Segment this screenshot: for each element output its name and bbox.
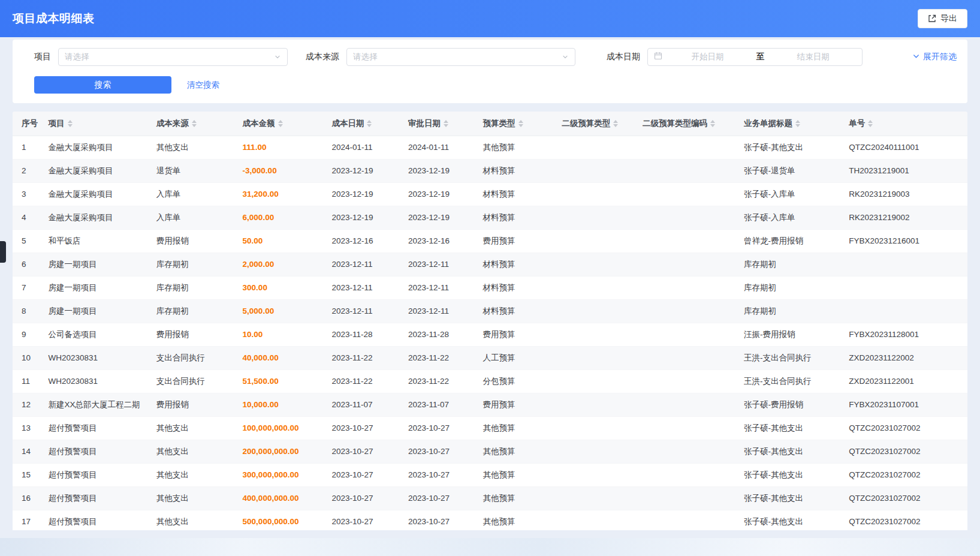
sort-icon[interactable] <box>68 120 73 127</box>
cell-project: WH20230831 <box>40 346 147 369</box>
cell-doc_title: 张子硕-入库单 <box>735 182 840 206</box>
cell-doc_title: 张子硕-入库单 <box>735 206 840 229</box>
cell-amount: 40,000.00 <box>234 346 323 369</box>
table-row[interactable]: 10WH20230831支出合同执行40,000.002023-11-22202… <box>13 346 967 369</box>
column-label: 单号 <box>849 119 865 128</box>
table-row[interactable]: 13超付预警项目其他支出100,000,000.002023-10-272023… <box>13 416 967 440</box>
table-row[interactable]: 15超付预警项目其他支出300,000,000.002023-10-272023… <box>13 463 967 486</box>
sort-icon[interactable] <box>367 120 372 127</box>
cell-sub_budget_code <box>634 416 735 440</box>
cell-source: 费用报销 <box>147 323 234 346</box>
cell-source: 库存期初 <box>147 299 234 323</box>
cell-no: 9 <box>13 323 40 346</box>
start-date-input[interactable]: 开始日期 <box>665 52 750 62</box>
cost-source-select-placeholder: 请选择 <box>353 52 378 62</box>
cell-approval_date: 2023-10-27 <box>399 440 474 463</box>
sort-icon[interactable] <box>278 120 283 127</box>
column-header-cost_date[interactable]: 成本日期 <box>322 112 399 136</box>
cell-cost_date: 2024-01-11 <box>322 136 399 159</box>
cell-source: 费用报销 <box>147 229 234 253</box>
cell-doc_no: QTZC20231027002 <box>840 416 967 440</box>
cell-project: 房建一期项目 <box>40 299 147 323</box>
sort-icon[interactable] <box>518 120 523 127</box>
cell-doc_title: 张子硕-其他支出 <box>735 440 840 463</box>
cell-sub_budget_code <box>634 136 735 159</box>
column-header-doc_title[interactable]: 业务单据标题 <box>735 112 840 136</box>
cell-doc_no <box>840 276 967 299</box>
cell-amount: 111.00 <box>234 136 323 159</box>
cell-sub_budget_code <box>634 463 735 486</box>
cell-approval_date: 2023-10-27 <box>399 486 474 510</box>
cell-doc_title: 张子硕-其他支出 <box>735 136 840 159</box>
cost-source-select[interactable]: 请选择 <box>346 48 575 66</box>
table-row[interactable]: 5和平饭店费用报销50.002023-12-162023-12-16费用预算曾祥… <box>13 229 967 253</box>
cell-sub_budget_code <box>634 229 735 253</box>
table-row[interactable]: 2金融大厦采购项目退货单-3,000.002023-12-192023-12-1… <box>13 159 967 182</box>
cell-sub_budget_code <box>634 253 735 276</box>
cost-table-card: 序号项目成本来源成本金额成本日期审批日期预算类型二级预算类型二级预算类型编码业务… <box>13 112 967 530</box>
table-row[interactable]: 17超付预警项目其他支出500,000,000.002023-10-272023… <box>13 510 967 530</box>
table-row[interactable]: 6房建一期项目库存期初2,000.002023-12-112023-12-11材… <box>13 253 967 276</box>
table-row[interactable]: 9公司备选项目费用报销10.002023-11-282023-11-28费用预算… <box>13 323 967 346</box>
table-row[interactable]: 14超付预警项目其他支出200,000,000.002023-10-272023… <box>13 440 967 463</box>
cell-sub_budget_type <box>553 393 634 416</box>
cell-sub_budget_type <box>553 229 634 253</box>
export-button[interactable]: 导出 <box>918 9 967 28</box>
cell-project: 超付预警项目 <box>40 463 147 486</box>
cell-no: 12 <box>13 393 40 416</box>
table-row[interactable]: 8房建一期项目库存期初5,000.002023-12-112023-12-11材… <box>13 299 967 323</box>
cell-project: 超付预警项目 <box>40 510 147 530</box>
cell-sub_budget_code <box>634 182 735 206</box>
sort-icon[interactable] <box>868 120 873 127</box>
cell-no: 2 <box>13 159 40 182</box>
sort-icon[interactable] <box>710 120 715 127</box>
cell-sub_budget_code <box>634 276 735 299</box>
column-header-doc_no[interactable]: 单号 <box>840 112 967 136</box>
cell-source: 库存期初 <box>147 276 234 299</box>
end-date-input[interactable]: 结束日期 <box>770 52 856 62</box>
column-header-budget_type[interactable]: 预算类型 <box>474 112 553 136</box>
export-button-label: 导出 <box>940 13 957 24</box>
project-select[interactable]: 请选择 <box>58 48 288 66</box>
cell-approval_date: 2024-01-11 <box>399 136 474 159</box>
table-row[interactable]: 16超付预警项目其他支出400,000,000.002023-10-272023… <box>13 486 967 510</box>
side-drawer-handle[interactable] <box>0 241 6 263</box>
table-row[interactable]: 3金融大厦采购项目入库单31,200.002023-12-192023-12-1… <box>13 182 967 206</box>
cost-date-range-picker[interactable]: 开始日期 至 结束日期 <box>647 48 863 66</box>
cell-doc_no: RK20231219002 <box>840 206 967 229</box>
cell-project: 金融大厦采购项目 <box>40 206 147 229</box>
cell-approval_date: 2023-12-16 <box>399 229 474 253</box>
table-row[interactable]: 7房建一期项目库存期初300.002023-12-112023-12-11材料预… <box>13 276 967 299</box>
cell-cost_date: 2023-12-19 <box>322 159 399 182</box>
cost-date-filter: 成本日期 开始日期 至 结束日期 <box>607 48 863 66</box>
table-row[interactable]: 12新建XX总部大厦工程二期费用报销10,000.002023-11-07202… <box>13 393 967 416</box>
cell-sub_budget_type <box>553 369 634 393</box>
cell-project: 超付预警项目 <box>40 486 147 510</box>
clear-search-link[interactable]: 清空搜索 <box>187 80 219 91</box>
cell-doc_title: 曾祥龙-费用报销 <box>735 229 840 253</box>
table-row[interactable]: 11WH20230831支出合同执行51,500.002023-11-22202… <box>13 369 967 393</box>
table-row[interactable]: 1金融大厦采购项目其他支出111.002024-01-112024-01-11其… <box>13 136 967 159</box>
sort-icon[interactable] <box>613 120 618 127</box>
column-header-source[interactable]: 成本来源 <box>147 112 234 136</box>
column-header-project[interactable]: 项目 <box>40 112 147 136</box>
column-header-sub_budget_code[interactable]: 二级预算类型编码 <box>634 112 735 136</box>
column-header-amount[interactable]: 成本金额 <box>234 112 323 136</box>
cell-sub_budget_type <box>553 346 634 369</box>
cell-no: 15 <box>13 463 40 486</box>
cell-approval_date: 2023-12-19 <box>399 159 474 182</box>
column-header-sub_budget_type[interactable]: 二级预算类型 <box>553 112 634 136</box>
sort-icon[interactable] <box>192 120 197 127</box>
cell-source: 入库单 <box>147 182 234 206</box>
cell-source: 退货单 <box>147 159 234 182</box>
cell-doc_no: QTZC20231027002 <box>840 463 967 486</box>
search-button[interactable]: 搜索 <box>34 76 171 94</box>
cell-budget_type: 其他预算 <box>474 416 553 440</box>
expand-filters-link[interactable]: 展开筛选 <box>912 52 957 62</box>
cell-no: 10 <box>13 346 40 369</box>
cell-doc_title: 张子硕-其他支出 <box>735 510 840 530</box>
sort-icon[interactable] <box>444 120 448 127</box>
sort-icon[interactable] <box>795 120 800 127</box>
table-row[interactable]: 4金融大厦采购项目入库单6,000.002023-12-192023-12-19… <box>13 206 967 229</box>
column-header-approval_date[interactable]: 审批日期 <box>399 112 474 136</box>
